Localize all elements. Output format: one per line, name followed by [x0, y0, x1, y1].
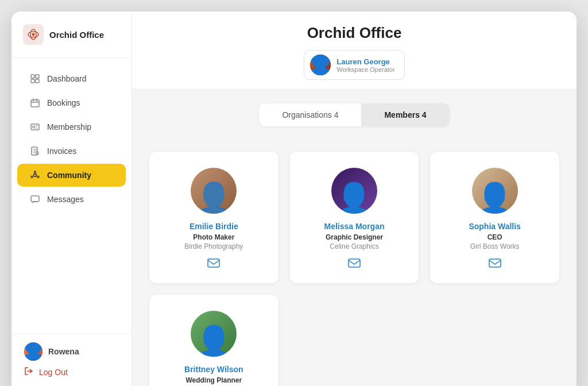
logout-icon [24, 366, 33, 378]
messages-icon [30, 194, 40, 204]
svg-point-9 [33, 126, 35, 128]
community-label: Community [47, 171, 91, 180]
tab-members-label: Members 4 [384, 110, 426, 119]
member-company-2: Girl Boss Works [470, 242, 520, 250]
main-header: Orchid Office 👤 Lauren George Workspace … [132, 11, 577, 90]
svg-point-15 [31, 176, 33, 178]
tab-organisations[interactable]: Organisations 4 [259, 103, 361, 126]
svg-rect-4 [36, 75, 39, 78]
sidebar-item-membership[interactable]: Membership [17, 115, 126, 138]
bookings-label: Bookings [47, 98, 80, 107]
dashboard-label: Dashboard [47, 74, 87, 83]
member-name-3: Brittney Wilson [184, 365, 243, 374]
member-role-3: Wedding Planner [185, 376, 242, 384]
email-icon-1[interactable] [348, 257, 361, 271]
svg-point-2 [32, 33, 35, 36]
operator-badge: 👤 Lauren George Workspace Operator [304, 50, 404, 80]
community-icon [30, 170, 40, 180]
svg-rect-18 [349, 259, 360, 267]
sidebar-item-messages[interactable]: Messages [17, 188, 126, 211]
user-avatar: 👤 [24, 342, 42, 361]
svg-point-13 [34, 171, 36, 173]
operator-name: Lauren George [336, 57, 394, 66]
user-profile-row[interactable]: 👤 Rowena [24, 342, 119, 361]
sidebar: Orchid Office Dashboard [11, 11, 132, 386]
membership-icon [30, 122, 40, 132]
svg-rect-17 [208, 259, 219, 267]
member-avatar-3: 👤 [191, 311, 237, 357]
sidebar-logo-text: Orchid Office [49, 30, 104, 40]
member-role-2: CEO [488, 233, 502, 241]
svg-rect-7 [31, 100, 39, 107]
sidebar-bottom: 👤 Rowena Log Out [11, 334, 131, 386]
svg-rect-5 [31, 79, 34, 83]
page-title: Orchid Office [307, 24, 402, 42]
main-body: Organisations 4 Members 4 👤 Em [132, 90, 577, 386]
invoices-icon [30, 146, 40, 156]
app-logo-icon [23, 24, 44, 45]
sidebar-logo[interactable]: Orchid Office [11, 11, 131, 58]
member-role-0: Photo Maker [193, 233, 234, 241]
member-card-1: 👤 Melissa Morgan Graphic Designer Celine… [290, 152, 419, 283]
member-card-2: 👤 Sophia Wallis CEO Girl Boss Works [430, 152, 559, 283]
operator-avatar: 👤 [310, 55, 331, 75]
logout-row[interactable]: Log Out [24, 366, 119, 378]
sidebar-item-invoices[interactable]: Invoices [17, 140, 126, 163]
member-avatar-1: 👤 [331, 168, 377, 214]
sidebar-nav: Dashboard Bookings [11, 58, 131, 334]
member-avatar-0: 👤 [191, 168, 237, 214]
member-name-0: Emilie Birdie [189, 222, 238, 231]
tab-organisations-label: Organisations 4 [282, 110, 338, 119]
main-content: Orchid Office 👤 Lauren George Workspace … [132, 11, 577, 386]
app-container: Orchid Office Dashboard [11, 11, 577, 386]
logout-label: Log Out [39, 368, 68, 377]
svg-point-14 [37, 176, 39, 178]
email-icon-2[interactable] [489, 257, 501, 271]
member-card-3: 👤 Brittney Wilson Wedding Planner Wilson… [149, 295, 278, 386]
member-name-1: Melissa Morgan [324, 222, 384, 231]
operator-role: Workspace Operator [336, 66, 394, 73]
member-company-0: Birdie Photography [184, 242, 243, 250]
member-card-0: 👤 Emilie Birdie Photo Maker Birdie Photo… [149, 152, 278, 283]
member-avatar-2: 👤 [472, 168, 518, 214]
messages-label: Messages [47, 195, 84, 204]
member-name-2: Sophia Wallis [469, 222, 521, 231]
bookings-icon [30, 98, 40, 108]
member-role-1: Graphic Designer [326, 233, 383, 241]
invoices-label: Invoices [47, 146, 76, 156]
svg-rect-6 [36, 79, 39, 83]
user-name: Rowena [48, 347, 79, 356]
tabs-bar: Organisations 4 Members 4 [259, 103, 449, 126]
operator-info: Lauren George Workspace Operator [336, 57, 394, 73]
member-company-1: Celine Graphics [330, 242, 378, 250]
membership-label: Membership [47, 122, 91, 132]
tab-members[interactable]: Members 4 [361, 103, 449, 126]
svg-rect-19 [489, 259, 501, 267]
sidebar-item-community[interactable]: Community [17, 164, 126, 187]
svg-rect-3 [31, 75, 34, 78]
members-grid: 👤 Emilie Birdie Photo Maker Birdie Photo… [149, 152, 559, 386]
svg-rect-16 [31, 196, 39, 202]
dashboard-icon [30, 74, 40, 84]
email-icon-0[interactable] [207, 257, 220, 271]
sidebar-item-bookings[interactable]: Bookings [17, 91, 126, 114]
sidebar-item-dashboard[interactable]: Dashboard [17, 67, 126, 90]
